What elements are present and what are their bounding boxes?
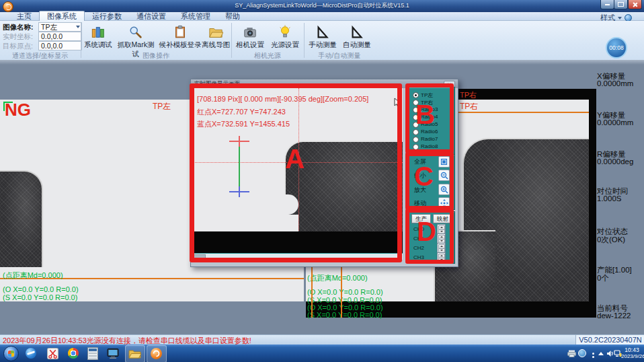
dialog-blue-point: 蓝点X=732.591 Y=1455.415: [197, 119, 290, 129]
ch2-stepper[interactable]: [437, 243, 446, 253]
tray-clock[interactable]: 10:43 2023/9/26: [621, 347, 643, 360]
realtime-coord-field[interactable]: 0.0,0.0: [38, 32, 82, 41]
stat-r-offset-value: 0.0000deg: [597, 157, 633, 166]
ch1-stepper[interactable]: [437, 233, 446, 244]
scrollbar-thumb[interactable]: [194, 254, 206, 260]
left-overlay-shift: (S X=0.0 Y=0.0 R=0.0): [3, 293, 77, 301]
template-register-button[interactable]: 候补模板登录: [159, 22, 202, 51]
radio-tp-right[interactable]: [413, 100, 419, 106]
radio-5[interactable]: [413, 122, 419, 128]
distance-line-green: [239, 147, 240, 191]
align-app-icon-holder[interactable]: [149, 347, 163, 360]
live-image-dialog: 实时图像显示画面 [708.189 Pix][ 0.000 mm][-90.39…: [190, 79, 458, 267]
minimize-icon: [605, 4, 610, 5]
button-label: 相机设置: [233, 40, 267, 49]
stat-align-status-value: 0次(OK): [597, 235, 625, 245]
dialog-h-scrollbar[interactable]: [192, 253, 403, 260]
button-label: 系统调试: [83, 40, 114, 49]
production-button[interactable]: 生产: [411, 214, 431, 223]
taskbar-chrome-button[interactable]: [67, 347, 80, 360]
manual-measure-button[interactable]: 手动测量: [306, 22, 339, 51]
explorer-icon-holder[interactable]: [128, 347, 141, 360]
auto-measure-button[interactable]: 自动测量: [341, 22, 373, 51]
dialog-info-line: [708.189 Pix][ 0.000 mm][-90.395 deg][Zo…: [197, 95, 368, 103]
radio-label: Radio8: [421, 143, 438, 149]
close-button[interactable]: [628, 0, 642, 9]
right-camera-label: TP右: [460, 101, 478, 112]
application-window: SY_AliagnSystemLinkToWorld—MicroDistPro自…: [0, 0, 644, 362]
taskbar-remote-desktop-button[interactable]: [106, 347, 120, 360]
right-view-edge-strip: [589, 89, 596, 318]
right-overlay-origin: (O X=0.0 Y=0.0 R=0.0): [307, 288, 383, 296]
zoom-in-label: 放大: [414, 186, 426, 194]
ch0-stepper[interactable]: [437, 224, 446, 234]
left-overlay-origin: (O X=0.0 Y=0.0 R=0.0): [3, 285, 79, 293]
tab-system-mgmt[interactable]: 系统管理: [173, 12, 218, 21]
ch3-stepper[interactable]: [437, 252, 446, 262]
taskbar-remote-tool-button[interactable]: [46, 347, 59, 360]
cycle-timer-badge: 00:08: [606, 37, 627, 59]
fullscreen-button[interactable]: [438, 156, 450, 168]
step-down-icon[interactable]: [438, 258, 445, 262]
ch1-label: CH1: [413, 236, 424, 242]
monitor-icon: [107, 348, 120, 359]
taskbar-ie-button[interactable]: [24, 347, 38, 360]
group-caption-camera-light: 相机光源: [232, 51, 303, 59]
mapping-button[interactable]: 映射: [433, 214, 452, 223]
radio-3[interactable]: [413, 107, 419, 113]
image-name-label: 图像名称:: [3, 23, 34, 32]
ch3-label: CH3: [413, 254, 424, 260]
zoom-in-icon: [440, 186, 448, 194]
offline-map-button[interactable]: 离线导图: [202, 22, 230, 51]
right-camera-label-top: TP右: [460, 90, 477, 100]
pan-label: 移动: [414, 199, 426, 208]
zoom-in-button[interactable]: [438, 184, 450, 195]
tab-run-params[interactable]: 运行参数: [85, 12, 129, 21]
crosshair-vertical: [298, 88, 299, 244]
tab-comm-settings[interactable]: 通信设置: [129, 12, 173, 21]
light-settings-button[interactable]: 光源设置: [268, 22, 302, 51]
camera-icon: [233, 22, 267, 40]
chrome-icon: [68, 348, 79, 359]
grab-mark-test-button[interactable]: 抓取Mark测试: [114, 22, 157, 51]
ch2-label: CH2: [413, 245, 424, 251]
radio-tp-left[interactable]: [413, 92, 419, 98]
camera-settings-button[interactable]: 相机设置: [233, 22, 267, 51]
radio-label: Radio5: [421, 121, 438, 127]
tab-help[interactable]: 帮助: [218, 12, 247, 21]
taskbar-calculator-button[interactable]: [86, 347, 99, 360]
stat-part-number-value: dew-1222: [597, 312, 631, 320]
system-debug-button[interactable]: 系统调试: [83, 22, 114, 51]
close-icon: [633, 2, 638, 7]
maximize-button[interactable]: [614, 0, 628, 9]
dialog-red-point: 红点X=727.707 Y=747.243: [197, 107, 286, 117]
radio-8[interactable]: [413, 144, 419, 150]
group-caption-image-ops: 图像操作: [81, 51, 231, 59]
mouse-cursor: [394, 98, 401, 111]
dialog-image-area[interactable]: [708.189 Pix][ 0.000 mm][-90.395 deg][Zo…: [192, 88, 403, 253]
tab-image-system[interactable]: 图像系统: [39, 11, 85, 21]
start-button[interactable]: [3, 346, 19, 361]
radio-4[interactable]: [413, 114, 419, 120]
stat-y-offset-value: 0.0000mm: [597, 118, 633, 126]
target-origin-field[interactable]: 0.0,0.0: [38, 41, 82, 50]
minimize-button[interactable]: [600, 0, 614, 9]
radio-7[interactable]: [413, 137, 419, 143]
align-app-icon: [151, 348, 162, 359]
radio-6[interactable]: [413, 129, 419, 135]
pan-button[interactable]: [438, 197, 450, 209]
maximize-icon: [618, 2, 624, 7]
radio-label: Radio7: [421, 136, 438, 142]
right-orange-crosshair-v1: [311, 264, 313, 318]
tab-home[interactable]: 主页: [9, 12, 39, 21]
system-debug-icon: [83, 22, 114, 40]
zoom-out-label: 缩小: [414, 172, 426, 180]
zoom-out-button[interactable]: [438, 170, 450, 181]
dialog-workpiece-image: [284, 141, 403, 246]
radio-label: Radio3: [421, 106, 438, 112]
target-origin-label: 目标原点:: [3, 42, 33, 51]
realtime-coord-label: 实时坐标:: [3, 32, 33, 42]
move-icon: [440, 199, 448, 207]
image-name-select[interactable]: TP左: [38, 22, 82, 32]
windows-flag-icon: [8, 351, 14, 357]
